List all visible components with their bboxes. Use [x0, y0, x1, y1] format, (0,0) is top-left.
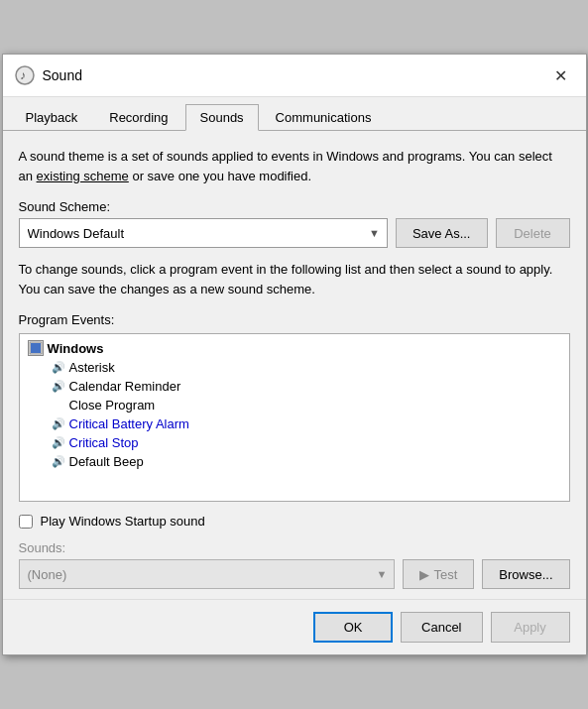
speaker-icon-stop: 🔊 — [52, 436, 65, 449]
title-bar: ♪ Sound ✕ — [3, 55, 586, 97]
scheme-dropdown[interactable]: Windows Default — [19, 218, 388, 248]
tab-playback[interactable]: Playback — [11, 104, 93, 131]
apply-button[interactable]: Apply — [491, 612, 570, 643]
instruction-content: To change sounds, click a program event … — [19, 262, 553, 296]
speaker-icon-beep: 🔊 — [52, 455, 65, 468]
event-default-beep[interactable]: 🔊 Default Beep — [20, 452, 569, 471]
description-text-2: or save one you have modified. — [129, 169, 311, 183]
event-calendar-reminder[interactable]: 🔊 Calendar Reminder — [20, 377, 569, 396]
browse-button[interactable]: Browse... — [482, 559, 569, 589]
scheme-row: Windows Default ▼ Save As... Delete — [19, 218, 570, 248]
instruction-text: To change sounds, click a program event … — [19, 260, 570, 298]
ok-button[interactable]: OK — [313, 612, 393, 643]
group-icon — [28, 340, 44, 356]
event-group-windows[interactable]: Windows — [20, 338, 569, 358]
tab-communications[interactable]: Communications — [261, 104, 387, 131]
event-calendar-label: Calendar Reminder — [69, 379, 181, 394]
event-critical-battery[interactable]: 🔊 Critical Battery Alarm — [20, 414, 569, 433]
speaker-icon-calendar: 🔊 — [52, 380, 65, 393]
event-close-program[interactable]: 🔊 Close Program — [20, 396, 569, 414]
scheme-dropdown-wrapper: Windows Default ▼ — [19, 218, 388, 248]
sound-dialog: ♪ Sound ✕ Playback Recording Sounds Comm… — [2, 54, 587, 655]
sounds-label: Sounds: — [19, 540, 570, 555]
svg-text:♪: ♪ — [20, 68, 26, 82]
group-windows-label: Windows — [48, 341, 104, 356]
test-label: Test — [433, 567, 457, 582]
sounds-dropdown[interactable]: (None) — [19, 559, 396, 589]
events-list[interactable]: Windows 🔊 Asterisk 🔊 Calendar Reminder 🔊… — [20, 334, 569, 501]
program-events-box: Windows 🔊 Asterisk 🔊 Calendar Reminder 🔊… — [19, 333, 570, 502]
startup-sound-label: Play Windows Startup sound — [41, 514, 205, 529]
play-icon: ▶ — [419, 567, 429, 582]
sounds-dropdown-wrapper: (None) ▼ — [19, 559, 396, 589]
title-bar-left: ♪ Sound — [15, 65, 82, 85]
tabs-bar: Playback Recording Sounds Communications — [3, 97, 586, 131]
scheme-label: Sound Scheme: — [19, 199, 570, 214]
delete-button[interactable]: Delete — [496, 218, 570, 248]
startup-sound-checkbox[interactable] — [19, 515, 33, 529]
description-underline: existing scheme — [37, 169, 129, 183]
close-button[interactable]: ✕ — [548, 62, 574, 88]
test-button[interactable]: ▶ Test — [403, 559, 474, 589]
event-battery-label: Critical Battery Alarm — [69, 416, 189, 431]
dialog-footer: OK Cancel Apply — [3, 599, 586, 654]
cancel-button[interactable]: Cancel — [401, 612, 482, 643]
startup-sound-row: Play Windows Startup sound — [19, 514, 570, 529]
scheme-description: A sound theme is a set of sounds applied… — [19, 147, 570, 185]
save-as-button[interactable]: Save As... — [396, 218, 488, 248]
sound-title-icon: ♪ — [15, 65, 35, 85]
speaker-icon-battery: 🔊 — [52, 417, 65, 430]
svg-rect-4 — [36, 343, 41, 348]
event-critical-stop[interactable]: 🔊 Critical Stop — [20, 433, 569, 452]
event-beep-label: Default Beep — [69, 454, 144, 469]
dialog-title: Sound — [43, 67, 82, 83]
speaker-icon-asterisk: 🔊 — [52, 361, 65, 374]
tab-recording[interactable]: Recording — [94, 104, 182, 131]
tab-content: A sound theme is a set of sounds applied… — [3, 131, 586, 599]
tab-sounds[interactable]: Sounds — [185, 104, 259, 131]
event-close-label: Close Program — [69, 398, 156, 413]
svg-rect-6 — [36, 348, 41, 353]
svg-rect-3 — [31, 343, 36, 348]
program-events-label: Program Events: — [19, 312, 570, 327]
event-asterisk[interactable]: 🔊 Asterisk — [20, 358, 569, 377]
svg-rect-5 — [31, 348, 36, 353]
sounds-row: (None) ▼ ▶ Test Browse... — [19, 559, 570, 589]
event-asterisk-label: Asterisk — [69, 360, 115, 375]
event-stop-label: Critical Stop — [69, 435, 139, 450]
